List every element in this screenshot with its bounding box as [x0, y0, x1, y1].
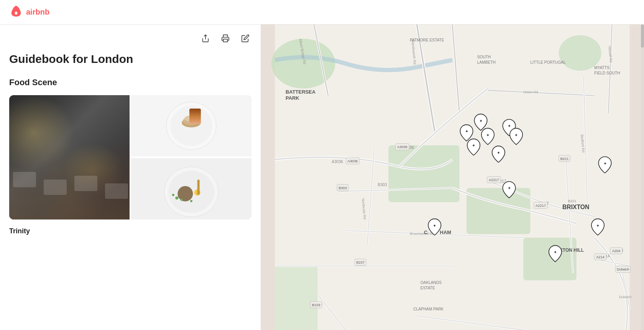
svg-text:✦: ✦ — [497, 150, 500, 155]
page-title: Guidebook for London — [9, 48, 251, 78]
restaurant-name: Trinity — [9, 227, 251, 235]
svg-text:FIELD SOUTH: FIELD SOUTH — [594, 71, 620, 75]
svg-text:B221: B221 — [560, 157, 569, 161]
svg-text:✦: ✦ — [596, 223, 600, 228]
dish-plate-svg — [131, 95, 251, 157]
airbnb-logo-icon — [9, 5, 23, 19]
share-icon — [201, 34, 210, 43]
svg-rect-6 — [105, 183, 128, 199]
svg-rect-2 — [223, 39, 228, 42]
svg-text:A3036: A3036 — [348, 159, 358, 163]
share-button[interactable] — [199, 32, 212, 45]
svg-text:✦: ✦ — [514, 133, 518, 137]
edit-icon — [241, 34, 250, 43]
svg-text:✦: ✦ — [508, 186, 511, 190]
header: airbnb — [0, 0, 644, 25]
svg-text:✦: ✦ — [472, 143, 475, 148]
svg-rect-24 — [388, 145, 459, 202]
svg-point-0 — [15, 12, 18, 15]
svg-rect-3 — [13, 172, 36, 187]
svg-text:A204: A204 — [612, 249, 621, 253]
svg-text:LITTLE PORTUGAL: LITTLE PORTUGAL — [531, 60, 566, 64]
svg-text:✦: ✦ — [433, 223, 436, 228]
svg-text:Dulwich: Dulwich — [619, 295, 631, 299]
svg-text:B229: B229 — [312, 303, 320, 307]
svg-text:SOUTH: SOUTH — [477, 55, 491, 59]
svg-text:B303: B303 — [338, 186, 347, 190]
svg-text:A2217: A2217 — [536, 204, 546, 208]
svg-text:✦: ✦ — [479, 119, 483, 123]
print-button[interactable] — [219, 32, 232, 45]
svg-text:✦: ✦ — [603, 161, 607, 166]
svg-text:B221: B221 — [568, 199, 577, 203]
map-scrollbar[interactable] — [641, 25, 644, 330]
svg-point-18 — [175, 196, 178, 200]
svg-rect-27 — [523, 238, 577, 280]
dish-photo-bottom[interactable] — [131, 158, 251, 219]
svg-rect-4 — [44, 180, 67, 195]
dish-photo-top[interactable] — [131, 95, 251, 157]
svg-text:LAMBETH: LAMBETH — [477, 60, 496, 64]
svg-text:BATTERSEA: BATTERSEA — [286, 89, 315, 95]
svg-text:ESTATE: ESTATE — [421, 286, 435, 290]
svg-text:B237: B237 — [356, 261, 365, 264]
svg-point-21 — [190, 200, 192, 202]
svg-text:A3036: A3036 — [397, 145, 407, 149]
map-panel: PATMORE ESTATE SOUTH LAMBETH LITTLE PORT… — [261, 25, 644, 330]
airbnb-brand-name: airbnb — [26, 8, 49, 16]
svg-rect-5 — [74, 176, 97, 191]
restaurant-table-overlay — [9, 95, 130, 219]
svg-point-15 — [177, 186, 193, 201]
map-svg: PATMORE ESTATE SOUTH LAMBETH LITTLE PORT… — [261, 25, 644, 330]
svg-text:MYATTS: MYATTS — [594, 66, 610, 70]
svg-text:✦: ✦ — [554, 250, 557, 254]
svg-rect-17 — [197, 180, 200, 195]
dish-plate-bottom-svg — [131, 158, 251, 219]
svg-text:A3036: A3036 — [332, 160, 343, 164]
print-icon — [221, 34, 230, 43]
svg-text:✦: ✦ — [465, 129, 468, 134]
svg-text:✦: ✦ — [486, 133, 490, 137]
svg-text:A2217: A2217 — [489, 178, 499, 182]
svg-text:OAKLANDS: OAKLANDS — [421, 280, 442, 285]
svg-text:C: C — [424, 229, 427, 235]
svg-point-20 — [172, 194, 174, 196]
svg-text:Dulwich: Dulwich — [617, 267, 629, 271]
svg-text:Broomwood Rd: Broomwood Rd — [410, 232, 434, 236]
left-panel: Guidebook for London Food Scene — [0, 25, 261, 330]
airbnb-logo-link[interactable]: airbnb — [9, 5, 49, 19]
main-container: Guidebook for London Food Scene — [0, 25, 644, 330]
food-scene-heading: Food Scene — [9, 78, 251, 87]
svg-text:PARK: PARK — [286, 95, 299, 101]
photo-grid — [9, 95, 251, 219]
svg-text:HAM: HAM — [440, 229, 451, 235]
svg-text:Union Rd: Union Rd — [523, 90, 538, 94]
svg-rect-28 — [275, 266, 317, 330]
svg-text:A214: A214 — [596, 255, 605, 259]
svg-point-19 — [181, 199, 183, 201]
map-scrollbar-thumb[interactable] — [641, 25, 644, 48]
toolbar — [9, 25, 251, 48]
svg-text:CLAPHAM PARK: CLAPHAM PARK — [413, 307, 444, 311]
svg-point-12 — [189, 111, 193, 114]
edit-button[interactable] — [239, 32, 251, 45]
svg-point-11 — [184, 116, 198, 122]
svg-text:B303: B303 — [378, 183, 387, 187]
svg-text:BRIXTON: BRIXTON — [562, 204, 589, 210]
svg-text:✦: ✦ — [508, 124, 511, 128]
restaurant-interior-photo[interactable] — [9, 95, 130, 219]
